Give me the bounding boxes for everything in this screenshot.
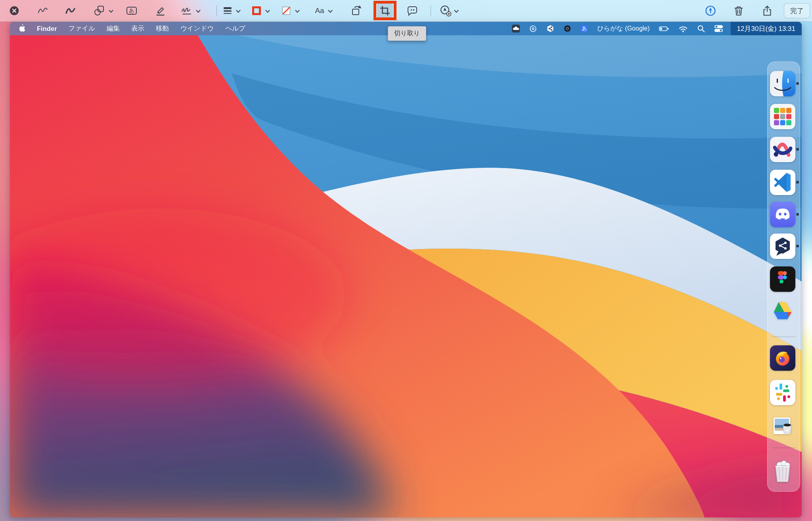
text-box-tool-button[interactable]: あ [124, 3, 140, 19]
text-style-tool-button[interactable]: Aa [312, 3, 327, 19]
dark-disc-icon[interactable] [563, 25, 571, 33]
screenshot-canvas[interactable]: Finder ファイル 編集 表示 移動 ウインドウ ヘルプ あ ひらがな (G… [10, 22, 802, 517]
line-weight-tool-button[interactable] [220, 3, 236, 19]
crop-tooltip: 切り取り [388, 26, 426, 41]
chevron-down-icon[interactable] [265, 10, 270, 13]
chevron-down-icon[interactable] [328, 10, 333, 13]
cloud-app-icon[interactable] [512, 25, 520, 33]
dock-item-launchpad[interactable] [770, 104, 795, 129]
dock-item-firefox[interactable] [770, 345, 795, 371]
menu-window[interactable]: ウインドウ [180, 24, 214, 33]
crop-highlight-annotation [373, 1, 396, 20]
chevron-down-icon[interactable] [454, 10, 459, 13]
dock-item-letter-a-app[interactable] [770, 137, 795, 162]
toolbar-divider [216, 5, 217, 16]
control-center-icon[interactable] [714, 25, 723, 33]
signature-tool-button[interactable] [179, 3, 195, 19]
dock-divider [772, 337, 796, 337]
share-button[interactable] [759, 3, 775, 19]
wallpaper-image [10, 22, 802, 517]
running-indicator [796, 181, 799, 184]
text-tool-glyph: あ [129, 7, 134, 14]
running-indicator [796, 213, 799, 216]
battery-icon[interactable] [659, 25, 669, 33]
menu-app-name[interactable]: Finder [37, 25, 57, 33]
ring-app-icon[interactable] [529, 25, 537, 33]
sketch-tool-button[interactable] [35, 3, 51, 19]
trash-button[interactable] [731, 3, 747, 19]
speech-bubble-tool-button[interactable] [404, 3, 420, 19]
search-icon[interactable] [697, 25, 705, 33]
draw-tool-button[interactable] [63, 3, 79, 19]
toolbar-divider [431, 5, 431, 16]
dock-item-google-drive[interactable] [770, 298, 795, 323]
menu-go[interactable]: 移動 [156, 24, 169, 33]
menu-bar-status: あ ひらがな (Google) 12月30日(金) 13:31 [512, 22, 802, 35]
dock-item-trash-full[interactable] [770, 460, 795, 485]
shapes-tool-button[interactable] [91, 3, 107, 19]
dock-item-discord[interactable] [770, 202, 795, 227]
menu-edit[interactable]: 編集 [107, 24, 120, 33]
fill-color-tool-button[interactable] [278, 3, 294, 19]
input-method-label[interactable]: ひらがな (Google) [597, 25, 649, 33]
apple-logo-icon[interactable] [19, 24, 25, 33]
close-button[interactable] [6, 3, 22, 19]
chevron-down-icon[interactable] [295, 10, 300, 13]
dock-item-slack[interactable] [770, 380, 795, 405]
highlighter-tool-button[interactable] [152, 3, 168, 19]
dock-item-finder[interactable] [770, 71, 795, 96]
dock [767, 61, 800, 492]
dock-item-hexagon-chat-app[interactable] [770, 234, 795, 259]
chevron-down-icon[interactable] [236, 10, 241, 13]
border-color-tool-button[interactable] [249, 3, 264, 19]
chevron-down-icon[interactable] [196, 10, 201, 13]
text-style-label: Aa [315, 6, 324, 15]
rotate-tool-button[interactable] [349, 3, 364, 19]
menu-bar-clock[interactable]: 12月30日(金) 13:31 [731, 22, 802, 35]
dock-item-vscode[interactable] [770, 170, 795, 195]
dock-divider [772, 448, 796, 448]
wifi-icon[interactable] [678, 25, 688, 33]
running-indicator [796, 148, 799, 151]
menu-file[interactable]: ファイル [68, 24, 95, 33]
annotation-extras-tool-button[interactable] [438, 3, 454, 19]
done-button[interactable]: 完了 [784, 3, 810, 18]
markup-pen-button[interactable] [703, 3, 718, 19]
dock-item-figma[interactable] [770, 266, 795, 292]
hexagon-share-icon[interactable] [546, 25, 554, 33]
menu-view[interactable]: 表示 [131, 24, 144, 33]
dock-item-downloads-stack[interactable] [770, 413, 795, 439]
chevron-down-icon[interactable] [109, 10, 113, 13]
running-indicator [796, 245, 799, 247]
input-method-badge[interactable]: あ [580, 25, 588, 33]
menu-help[interactable]: ヘルプ [225, 24, 245, 33]
running-indicator [796, 82, 799, 85]
